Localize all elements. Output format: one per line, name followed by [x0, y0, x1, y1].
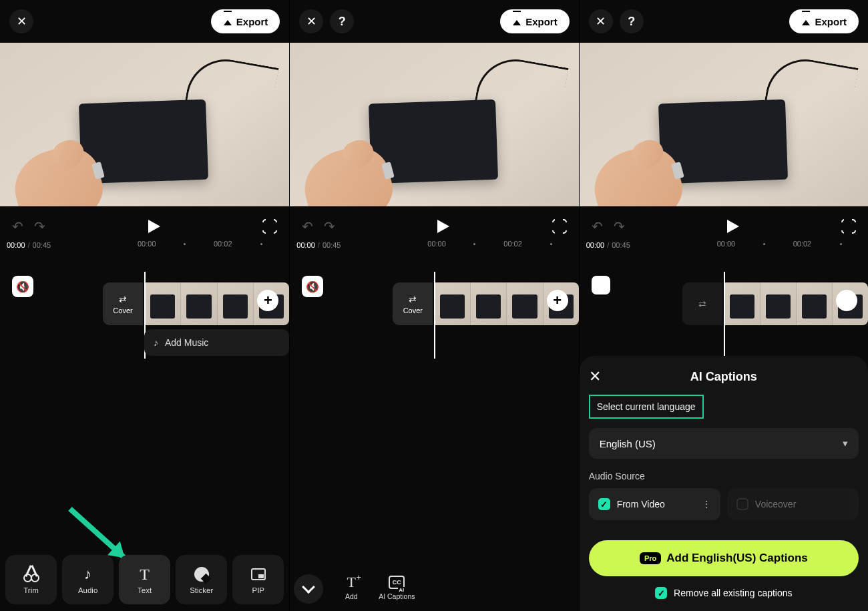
swap-icon: ⇄	[409, 294, 417, 304]
editor-panel-step1: Export ↶ ↷ 00:00 / 00:45 00:00 00:02 🔇 ⇄…	[0, 0, 289, 611]
chevron-down-icon	[302, 580, 315, 594]
tool-pip-label: PIP	[252, 586, 265, 594]
time-ruler[interactable]: 00:00 / 00:45 00:00 00:02	[0, 237, 289, 249]
timeline-track[interactable]: 🔇 ⇄ Cover + ♪ Add Music	[0, 282, 289, 325]
help-button[interactable]	[620, 9, 644, 33]
ruler-tick-0: 00:00	[717, 240, 736, 248]
add-clip-button[interactable]: +	[547, 290, 568, 311]
redo-button[interactable]: ↷	[324, 218, 335, 234]
undo-button[interactable]: ↶	[12, 218, 23, 234]
add-captions-button[interactable]: Pro Add English(US) Captions	[589, 540, 859, 576]
export-icon	[512, 17, 521, 26]
mute-button[interactable]	[592, 276, 610, 294]
topbar: Export	[290, 0, 578, 43]
text-plus-icon: T	[347, 574, 356, 591]
pro-badge: Pro	[640, 552, 661, 564]
mute-button[interactable]: 🔇	[302, 276, 323, 297]
tool-sticker-label: Sticker	[190, 586, 213, 594]
export-button[interactable]: Export	[789, 9, 859, 33]
export-icon	[223, 17, 232, 26]
playhead[interactable]	[724, 272, 725, 359]
topbar: Export	[0, 0, 289, 43]
music-note-icon: ♪	[154, 337, 158, 348]
export-label: Export	[815, 16, 847, 27]
playbar: ↶ ↷	[0, 206, 289, 237]
editor-panel-step3: Export ↶ ↷ 00:00 / 00:45 00:00 00:02 ⇄	[579, 0, 868, 611]
playbar: ↶ ↷	[580, 206, 868, 237]
sheet-close-button[interactable]	[589, 368, 608, 385]
dropdown-caret-icon: ▾	[843, 437, 848, 449]
fullscreen-button[interactable]	[841, 219, 856, 234]
source-voiceover: Voiceover	[727, 488, 859, 520]
mute-button[interactable]: 🔇	[12, 276, 33, 297]
sheet-title: AI Captions	[608, 370, 859, 384]
play-button[interactable]	[727, 220, 739, 233]
export-label: Export	[525, 16, 558, 27]
close-button[interactable]	[589, 9, 613, 33]
export-icon	[801, 17, 811, 26]
tool-ai-captions[interactable]: CC AI Captions	[375, 567, 418, 607]
fullscreen-button[interactable]	[552, 219, 567, 234]
tool-add-text[interactable]: T Add	[330, 567, 373, 607]
redo-button[interactable]: ↷	[614, 218, 625, 234]
help-button[interactable]	[330, 9, 354, 33]
ruler-tick-2: 00:02	[503, 240, 522, 248]
video-preview[interactable]	[580, 43, 868, 206]
cover-chip[interactable]: ⇄ Cover	[103, 282, 143, 325]
export-button[interactable]: Export	[211, 9, 280, 33]
tool-add-label: Add	[345, 592, 358, 600]
language-value: English (US)	[600, 438, 656, 449]
tool-text-label: Text	[138, 586, 152, 594]
tool-audio[interactable]: ♪ Audio	[62, 555, 114, 604]
video-preview[interactable]	[290, 43, 578, 206]
undo-button[interactable]: ↶	[302, 218, 313, 234]
source-options-button[interactable]: ⋮	[702, 499, 711, 510]
tool-trim[interactable]: Trim	[5, 555, 57, 604]
cc-icon: CC	[389, 576, 405, 589]
undo-button[interactable]: ↶	[592, 218, 603, 234]
cover-chip[interactable]: ⇄	[682, 282, 722, 325]
ruler-tick-0: 00:00	[138, 240, 156, 248]
remove-existing-label: Remove all existing captions	[674, 588, 792, 598]
remove-existing-toggle[interactable]: ✓ Remove all existing captions	[589, 587, 859, 599]
export-button[interactable]: Export	[500, 9, 570, 33]
video-preview[interactable]	[0, 43, 289, 206]
bottom-toolbar: Trim ♪ Audio T Text Sticker PIP	[0, 555, 289, 604]
close-button[interactable]	[9, 9, 33, 33]
tool-pip[interactable]: PIP	[232, 555, 284, 604]
checkbox-checked-icon: ✓	[655, 587, 667, 599]
timeline-track[interactable]: 🔇 ⇄ Cover +	[290, 282, 578, 325]
add-music-label: Add Music	[165, 337, 208, 348]
timeline-track[interactable]: ⇄	[580, 282, 868, 325]
tool-aicaptions-label: AI Captions	[379, 592, 415, 600]
fullscreen-button[interactable]	[262, 219, 277, 234]
ruler-tick-2: 00:02	[214, 240, 232, 248]
select-language-label: Select current language	[589, 395, 704, 419]
add-clip-button[interactable]	[836, 290, 857, 311]
swap-icon: ⇄	[698, 298, 706, 309]
playhead[interactable]	[434, 272, 435, 359]
cover-label: Cover	[113, 307, 132, 315]
close-button[interactable]	[299, 9, 323, 33]
time-ruler[interactable]: 00:00 / 00:45 00:00 00:02	[290, 237, 578, 249]
source-from-video-label: From Video	[617, 499, 665, 510]
ruler-tick-0: 00:00	[427, 240, 446, 248]
cover-chip[interactable]: ⇄ Cover	[393, 282, 433, 325]
tool-sticker[interactable]: Sticker	[176, 555, 227, 604]
add-music-button[interactable]: ♪ Add Music	[144, 329, 289, 356]
audio-source-label: Audio Source	[589, 471, 859, 481]
play-button[interactable]	[148, 220, 160, 233]
playbar: ↶ ↷	[290, 206, 578, 237]
cover-label: Cover	[403, 307, 423, 315]
play-button[interactable]	[437, 220, 449, 233]
time-ruler[interactable]: 00:00 / 00:45 00:00 00:02	[580, 237, 868, 249]
tool-text[interactable]: T Text	[119, 555, 170, 604]
ruler-tick-2: 00:02	[793, 240, 812, 248]
tool-audio-label: Audio	[78, 586, 97, 594]
collapse-button[interactable]	[294, 574, 323, 604]
source-from-video[interactable]: ✓ From Video ⋮	[589, 488, 720, 520]
ai-captions-sheet: AI Captions Select current language Engl…	[580, 356, 868, 611]
redo-button[interactable]: ↷	[34, 218, 45, 234]
language-dropdown[interactable]: English (US) ▾	[589, 428, 859, 459]
export-label: Export	[236, 16, 268, 27]
